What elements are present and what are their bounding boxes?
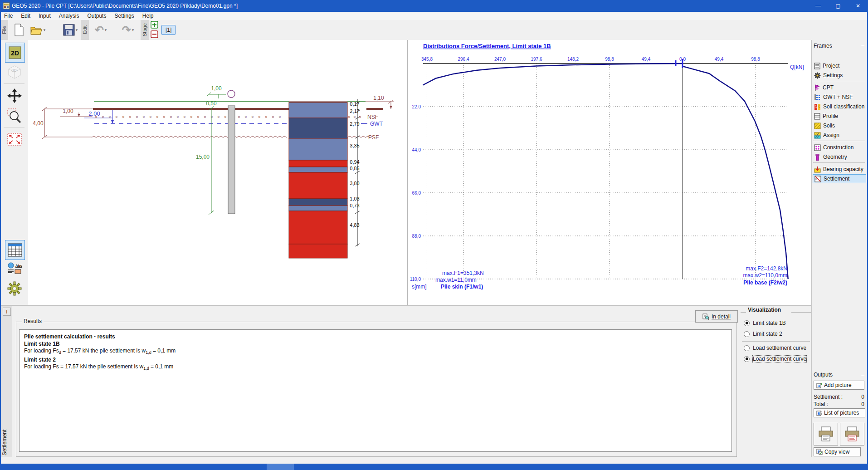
menu-file[interactable]: File bbox=[0, 12, 17, 20]
menu-edit[interactable]: Edit bbox=[17, 12, 34, 20]
menu-analysis[interactable]: Analysis bbox=[55, 12, 83, 20]
menu-input[interactable]: Input bbox=[34, 12, 55, 20]
sidebar-item-project[interactable]: Project bbox=[813, 61, 866, 70]
svg-text:2D: 2D bbox=[11, 49, 19, 57]
view-3d-button[interactable]: 3D bbox=[5, 63, 24, 82]
radio-icon bbox=[744, 331, 750, 337]
stage-add-button[interactable] bbox=[151, 21, 158, 30]
axis-tick-label: 49,4 bbox=[642, 57, 651, 62]
sidebar-item-cpt[interactable]: CPT bbox=[813, 83, 866, 92]
chart-canvas[interactable]: Distributions Force/Settlement, Limit st… bbox=[408, 40, 811, 305]
legend-settings-icon: Abc bbox=[7, 262, 22, 275]
outputs-minimize-button[interactable]: – bbox=[861, 372, 864, 379]
svg-text:0,73: 0,73 bbox=[350, 203, 359, 208]
visualization-header: Visualization bbox=[748, 307, 781, 313]
minimize-button[interactable]: — bbox=[808, 0, 828, 12]
list-of-pictures-button[interactable]: B List of pictures bbox=[814, 408, 865, 417]
svg-text:×: × bbox=[265, 115, 267, 119]
sidebar-item-bearing-capacity[interactable]: Bearing capacity bbox=[813, 165, 866, 174]
results-ls2-heading: Limit state 2 bbox=[24, 357, 731, 364]
assign-icon bbox=[814, 132, 821, 139]
svg-text:0,94: 0,94 bbox=[350, 159, 359, 165]
frames-minimize-button[interactable]: – bbox=[861, 43, 864, 50]
results-text-area[interactable]: Pile settlement calculation - results Li… bbox=[19, 329, 732, 452]
close-button[interactable]: ✕ bbox=[848, 0, 868, 12]
add-picture-button[interactable]: B Add picture bbox=[814, 381, 864, 390]
save-dropdown[interactable]: ▾ bbox=[76, 28, 78, 32]
stage-number-button[interactable]: [1] bbox=[161, 22, 176, 38]
taskbar-item[interactable] bbox=[267, 464, 294, 470]
stage-tab-strip[interactable]: Stage bbox=[141, 20, 149, 40]
radio-load-settlement-curve-1[interactable]: Load settlement curve bbox=[744, 345, 806, 351]
pile-base-series-label: Pile base (F2/w2) bbox=[743, 279, 787, 286]
total-count-value: 0 bbox=[861, 401, 864, 407]
print-picture-button[interactable] bbox=[840, 423, 864, 446]
sidebar-item-settlement[interactable]: Settlement bbox=[813, 174, 866, 183]
sidebar-item-settings[interactable]: Settings bbox=[813, 71, 866, 80]
radio-limit-state-1b[interactable]: Limit state 1B bbox=[744, 320, 786, 326]
sidebar-item-soil-classification[interactable]: Soil classification bbox=[813, 102, 866, 111]
copy-view-button[interactable]: B Copy view bbox=[814, 447, 861, 456]
sidebar-item-assign[interactable]: Assign bbox=[813, 131, 866, 140]
maximize-button[interactable]: ▢ bbox=[828, 0, 848, 12]
add-picture-icon: B bbox=[816, 382, 822, 388]
settlement-count-value: 0 bbox=[861, 394, 864, 400]
printer-icon bbox=[818, 426, 834, 442]
svg-text:1,03: 1,03 bbox=[350, 196, 359, 201]
radio-load-settlement-curve-2[interactable]: Load settlement curve bbox=[744, 356, 806, 362]
view-2d-button[interactable]: 2D bbox=[5, 43, 25, 63]
pan-move-icon bbox=[7, 88, 22, 103]
sidebar-item-soils[interactable]: Soils bbox=[813, 121, 866, 130]
svg-text:4,83: 4,83 bbox=[350, 222, 359, 228]
open-dropdown[interactable]: ▾ bbox=[44, 28, 46, 32]
edit-tab-strip[interactable]: Edit bbox=[81, 20, 89, 40]
nsf-label: NSF bbox=[367, 114, 378, 120]
view-2d-icon: 2D bbox=[8, 46, 22, 59]
svg-text:2,17: 2,17 bbox=[350, 108, 359, 114]
results-ls1b-line: For loading Fsd = 17,57 kN the pile sett… bbox=[24, 348, 731, 357]
fit-to-view-button[interactable] bbox=[5, 130, 24, 149]
sidebar-item-profile[interactable]: Profile bbox=[813, 112, 866, 121]
file-tab-strip[interactable]: File bbox=[0, 20, 8, 40]
psf-label: PSF bbox=[368, 134, 379, 141]
project-icon bbox=[814, 63, 820, 69]
new-file-button[interactable] bbox=[12, 22, 26, 38]
svg-text:×: × bbox=[183, 115, 185, 119]
window-border-left bbox=[0, 12, 1, 464]
redo-dropdown[interactable]: ▾ bbox=[132, 28, 134, 32]
axis-tick-label: 88,0 bbox=[412, 234, 421, 239]
options-gear-button[interactable] bbox=[5, 279, 24, 298]
svg-text:×: × bbox=[95, 115, 97, 119]
svg-text:×: × bbox=[258, 115, 260, 119]
open-file-button[interactable]: ▾ bbox=[28, 22, 47, 38]
in-detail-button[interactable]: In detail bbox=[695, 310, 738, 323]
menu-help[interactable]: Help bbox=[138, 12, 158, 20]
menu-settings[interactable]: Settings bbox=[110, 12, 138, 20]
redo-button[interactable]: ↷ ▾ bbox=[119, 22, 137, 38]
radio-limit-state-2[interactable]: Limit state 2 bbox=[744, 331, 782, 337]
outputs-panel-header: Outputs – bbox=[814, 372, 864, 379]
mode-tab-settlement[interactable]: Settlement bbox=[1, 416, 9, 455]
layer-dimension-chain: 0,17 2,17 2,79 3,35 0,94 0,85 3,80 1,03 … bbox=[350, 99, 360, 246]
zoom-tool-button[interactable] bbox=[5, 106, 24, 125]
max-f2-label: max.F2=142,8kN bbox=[746, 265, 787, 272]
undo-dropdown[interactable]: ▾ bbox=[105, 28, 107, 32]
save-button[interactable]: ▾ bbox=[61, 22, 80, 38]
svg-text:×: × bbox=[251, 115, 254, 119]
panel-toggle-button[interactable]: I bbox=[3, 308, 11, 316]
pan-tool-button[interactable] bbox=[5, 86, 24, 105]
axis-tick-label: 98,8 bbox=[605, 57, 614, 62]
menu-outputs[interactable]: Outputs bbox=[83, 12, 110, 20]
undo-button[interactable]: ↶ ▾ bbox=[92, 22, 110, 38]
drawing-canvas[interactable]: 4,00 1,00 2,00 ×××××××××××××××××××××××××… bbox=[28, 40, 407, 305]
results-legend: Results bbox=[22, 318, 44, 324]
stage-remove-button[interactable] bbox=[151, 30, 158, 39]
axis-tick-label: 197,6 bbox=[531, 57, 542, 62]
sidebar-item-gwt-nsf[interactable]: GWT + NSF bbox=[813, 93, 866, 102]
sidebar-item-geometry[interactable]: Geometry bbox=[813, 152, 866, 162]
drawing-settings-button[interactable]: Abc bbox=[5, 260, 24, 277]
sidebar-item-construction[interactable]: Construction bbox=[813, 143, 866, 152]
table-view-button[interactable] bbox=[5, 240, 25, 260]
print-document-button[interactable] bbox=[814, 423, 838, 446]
total-count-row: Total :0 bbox=[814, 401, 864, 407]
